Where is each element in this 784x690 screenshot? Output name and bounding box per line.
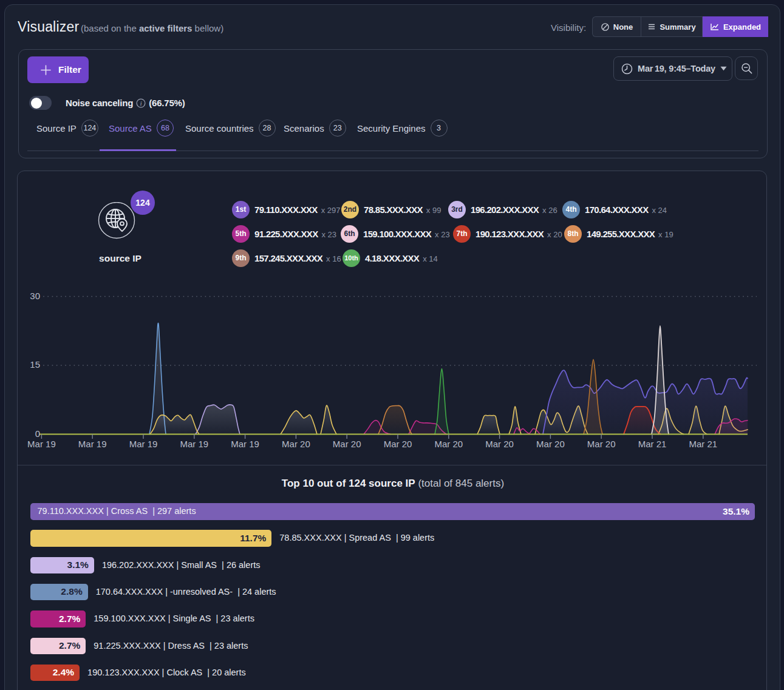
svg-text:i: i [140, 100, 142, 106]
